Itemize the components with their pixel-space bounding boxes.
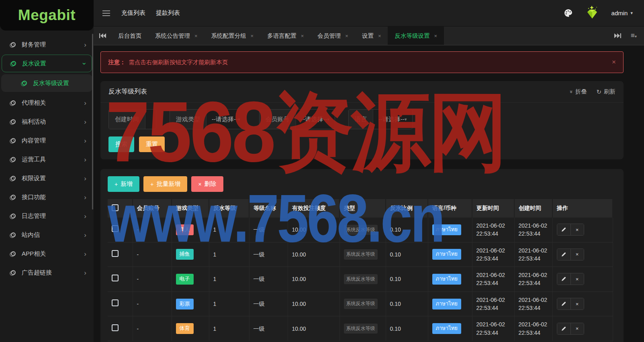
cell-level: 1 bbox=[209, 291, 249, 316]
row-checkbox[interactable] bbox=[112, 324, 119, 331]
edit-button[interactable] bbox=[557, 273, 570, 285]
sidebar-item[interactable]: 运营工具 › bbox=[2, 151, 92, 168]
page-content: 注意： 需点击右侧刷新按钮文字才能刷新本页 × 反水等级列表 » 折叠 ↻ 刷新 bbox=[94, 51, 644, 342]
cell-account: - bbox=[133, 242, 172, 267]
tab-close-icon[interactable]: × bbox=[301, 33, 304, 39]
table-row: - 电子 1 一级 10.00 系统反水等级 0.10 ภาษาไทย 2021… bbox=[108, 267, 613, 292]
game-type-badge: 电子 bbox=[176, 274, 194, 285]
row-checkbox[interactable] bbox=[112, 250, 119, 257]
type-badge: 系统反水等级 bbox=[344, 299, 378, 309]
filter-group[interactable]: 会员账号 --请选择-- ▾ bbox=[259, 109, 335, 129]
filter-group[interactable]: 创建时间 ▾ bbox=[108, 109, 156, 129]
cell-level: 1 bbox=[209, 316, 249, 341]
delete-button[interactable]: × 删除 bbox=[191, 176, 223, 192]
language-badge: ภาษาไทย bbox=[432, 299, 461, 309]
filter-group[interactable]: 语言 --请选择-- ▾ bbox=[348, 109, 413, 129]
batch-add-button[interactable]: + 批量新增 bbox=[143, 176, 187, 192]
tab-close-icon[interactable]: × bbox=[434, 33, 437, 39]
refresh-button[interactable]: ↻ 刷新 bbox=[597, 88, 615, 96]
collapse-button[interactable]: » 折叠 bbox=[570, 88, 587, 96]
column-header: 反水等级 bbox=[209, 199, 249, 218]
user-menu[interactable]: admin ▾ bbox=[611, 10, 633, 16]
row-checkbox[interactable] bbox=[112, 225, 119, 232]
tab[interactable]: 反水等级设置 × bbox=[388, 26, 444, 45]
sidebar-scrollbar[interactable] bbox=[92, 34, 93, 210]
notice-alert: 注意： 需点击右侧刷新按钮文字才能刷新本页 × bbox=[100, 51, 624, 73]
row-delete-button[interactable]: × bbox=[570, 249, 584, 260]
cell-valid-bet: 10.00 bbox=[288, 316, 339, 341]
sidebar-item[interactable]: 权限设置 › bbox=[2, 169, 92, 187]
sidebar-item[interactable]: 站内信 › bbox=[2, 226, 92, 244]
cell-created: 2021-06-02 22:53:44 bbox=[514, 267, 552, 292]
tab[interactable]: 设置 × bbox=[355, 26, 388, 45]
tab[interactable]: 系统配置分组 × bbox=[204, 26, 261, 45]
row-delete-button[interactable]: × bbox=[570, 298, 584, 309]
alert-close-icon[interactable]: × bbox=[612, 58, 616, 66]
close-icon: × bbox=[576, 251, 579, 257]
sidebar-item[interactable]: 代理相关 › bbox=[2, 94, 92, 112]
tab[interactable]: 会员管理 × bbox=[311, 26, 355, 45]
row-delete-button[interactable]: × bbox=[570, 273, 584, 285]
cell-valid-bet: 10.00 bbox=[288, 242, 339, 267]
sidebar-item[interactable]: 广告超链接 › bbox=[2, 264, 92, 281]
tab[interactable]: 多语言配置 × bbox=[260, 26, 311, 45]
row-checkbox[interactable] bbox=[112, 275, 119, 281]
sidebar-item[interactable]: 内容管理 › bbox=[2, 132, 92, 149]
hamburger-icon[interactable] bbox=[102, 10, 110, 16]
tab-close-icon[interactable]: × bbox=[378, 33, 381, 39]
edit-button[interactable] bbox=[557, 224, 570, 235]
chevron-right-icon: › bbox=[84, 269, 86, 276]
filter-group[interactable]: 游戏类型 --请选择-- ▾ bbox=[170, 109, 246, 129]
sidebar-item[interactable]: 日志管理 › bbox=[2, 207, 92, 225]
tab-menu-icon[interactable]: ≡▾ bbox=[631, 32, 637, 40]
game-type-badge: 真人 bbox=[176, 224, 194, 235]
search-button[interactable]: 搜索 bbox=[108, 136, 134, 152]
close-icon: × bbox=[576, 227, 579, 233]
scroll-tabs-right-icon[interactable] bbox=[614, 33, 621, 39]
plus-icon: + bbox=[150, 181, 153, 187]
cell-created: 2021-06-02 22:53:44 bbox=[514, 218, 552, 242]
sidebar-item[interactable]: 福利活动 › bbox=[2, 113, 92, 130]
sidebar-item[interactable]: APP相关 › bbox=[2, 245, 92, 263]
reset-button[interactable]: 重置 bbox=[139, 136, 165, 152]
row-checkbox[interactable] bbox=[112, 299, 119, 306]
row-delete-button[interactable]: × bbox=[570, 224, 584, 235]
scroll-tabs-left-icon[interactable] bbox=[94, 26, 111, 45]
cell-level-name: 一级 bbox=[249, 267, 288, 292]
cell-account: - bbox=[133, 291, 172, 316]
edit-button[interactable] bbox=[557, 249, 570, 260]
sidebar-item-label: 权限设置 bbox=[22, 175, 46, 182]
topbar-link[interactable]: 充值列表 bbox=[121, 9, 145, 17]
row-delete-button[interactable]: × bbox=[570, 323, 584, 334]
topbar-link[interactable]: 提款列表 bbox=[156, 9, 180, 17]
tab[interactable]: 后台首页 × bbox=[111, 26, 148, 45]
table-header-row: 会员账号 游戏类型 反水等级 等级名称 有效投注额度 类型 反水比例 bbox=[108, 199, 613, 218]
circle-icon bbox=[11, 100, 16, 105]
add-button[interactable]: + 新增 bbox=[108, 176, 139, 192]
sidebar-item[interactable]: 反水设置 › bbox=[2, 55, 92, 72]
cell-created: 2021-06-02 22:53:44 bbox=[514, 316, 552, 341]
edit-button[interactable] bbox=[557, 298, 570, 309]
gem-avatar-icon[interactable] bbox=[583, 5, 601, 21]
game-type-badge: 体育 bbox=[176, 323, 194, 334]
filter-label: 会员账号 bbox=[260, 110, 296, 129]
cell-level: 1 bbox=[209, 242, 249, 267]
edit-button[interactable] bbox=[557, 323, 570, 334]
sidebar-item[interactable]: 财务管理 › bbox=[2, 36, 92, 53]
tab-close-icon[interactable]: × bbox=[194, 33, 198, 39]
palette-icon[interactable] bbox=[564, 8, 573, 18]
column-header: 创建时间 bbox=[514, 199, 552, 218]
chevron-right-icon: › bbox=[84, 213, 86, 220]
sidebar-item[interactable]: 反水等级设置 › bbox=[1, 74, 92, 92]
logo[interactable]: Megabit bbox=[0, 0, 94, 31]
alert-prefix: 注意： bbox=[108, 59, 126, 66]
circle-icon bbox=[11, 138, 16, 143]
tab[interactable]: 系统公告管理 × bbox=[148, 26, 204, 45]
main-area: 充值列表 提款列表 bbox=[94, 0, 644, 342]
sidebar-item[interactable]: 接口功能 › bbox=[2, 188, 92, 206]
select-all-checkbox[interactable] bbox=[112, 204, 119, 211]
filter-label: 游戏类型 bbox=[170, 110, 206, 129]
tab-close-icon[interactable]: × bbox=[345, 33, 348, 39]
cell-valid-bet: 10.00 bbox=[288, 267, 339, 292]
tab-close-icon[interactable]: × bbox=[251, 33, 254, 39]
